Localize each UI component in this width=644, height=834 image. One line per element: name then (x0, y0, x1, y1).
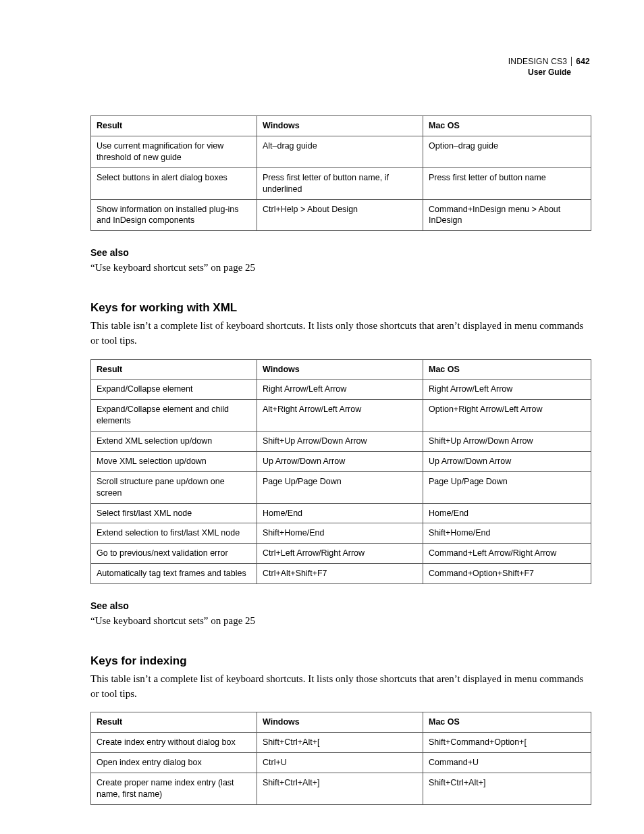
cell: Option–drag guide (423, 136, 591, 168)
cell: Command+U (423, 753, 591, 773)
table-row: Go to previous/next validation errorCtrl… (91, 544, 591, 564)
cell: Shift+Up Arrow/Down Arrow (423, 432, 591, 452)
guide-subtitle: User Guide (90, 68, 590, 78)
cell: Home/End (423, 503, 591, 523)
col-result: Result (91, 116, 257, 136)
table-row: Create proper name index entry (last nam… (91, 773, 591, 804)
cell: Shift+Ctrl+Alt+] (257, 773, 423, 804)
cell: Right Arrow/Left Arrow (257, 380, 423, 400)
shortcuts-table-xml: Result Windows Mac OS Expand/Collapse el… (90, 359, 591, 585)
see-also-ref: “Use keyboard shortcut sets” on page 25 (90, 261, 591, 276)
col-windows: Windows (257, 116, 423, 136)
cell: Page Up/Page Down (257, 471, 423, 503)
cell: Alt–drag guide (257, 136, 423, 168)
cell: Command+Option+Shift+F7 (423, 564, 591, 584)
cell: Right Arrow/Left Arrow (423, 380, 591, 400)
cell: Ctrl+Help > About Design (257, 199, 423, 231)
xml-intro: This table isn’t a complete list of keyb… (90, 319, 591, 348)
table-row: Extend XML selection up/downShift+Up Arr… (91, 432, 591, 452)
see-also-heading: See also (90, 600, 591, 611)
cell: Command+InDesign menu > About InDesign (423, 199, 591, 231)
table-header-row: Result Windows Mac OS (91, 712, 591, 733)
cell: Shift+Home/End (257, 523, 423, 544)
cell: Shift+Home/End (423, 523, 591, 544)
cell: Expand/Collapse element and child elemen… (91, 400, 257, 432)
cell: Scroll structure pane up/down one screen (91, 471, 257, 503)
shortcuts-table-indexing: Result Windows Mac OS Create index entry… (90, 712, 591, 804)
col-macos: Mac OS (423, 116, 591, 136)
indexing-intro: This table isn’t a complete list of keyb… (90, 672, 591, 702)
cell: Press first letter of button name (423, 167, 591, 199)
cell: Select buttons in alert dialog boxes (91, 167, 257, 199)
cell: Create index entry without dialog box (91, 733, 257, 753)
table-header-row: Result Windows Mac OS (91, 116, 591, 136)
see-also-heading: See also (90, 247, 591, 258)
cell: Home/End (257, 503, 423, 523)
cell: Move XML selection up/down (91, 451, 257, 471)
table2-body: Expand/Collapse elementRight Arrow/Left … (91, 380, 591, 584)
table-header-row: Result Windows Mac OS (91, 359, 591, 380)
table-row: Select first/last XML nodeHome/EndHome/E… (91, 503, 591, 523)
table-row: Create index entry without dialog boxShi… (91, 733, 591, 753)
cell: Go to previous/next validation error (91, 544, 257, 564)
cell: Up Arrow/Down Arrow (423, 451, 591, 471)
cell: Ctrl+Left Arrow/Right Arrow (257, 544, 423, 564)
cell: Extend XML selection up/down (91, 432, 257, 452)
cell: Select first/last XML node (91, 503, 257, 523)
cell: Show information on installed plug-ins a… (91, 199, 257, 231)
table-row: Show information on installed plug-ins a… (91, 199, 591, 231)
col-windows: Windows (257, 359, 423, 380)
table1-body: Use current magnification for view thres… (91, 136, 591, 231)
table-row: Scroll structure pane up/down one screen… (91, 471, 591, 503)
table3-body: Create index entry without dialog boxShi… (91, 733, 591, 805)
product-name: INDESIGN CS3 (508, 57, 568, 66)
see-also-ref: “Use keyboard shortcut sets” on page 25 (90, 614, 591, 629)
table-row: Move XML selection up/downUp Arrow/Down … (91, 451, 591, 471)
table-row: Expand/Collapse elementRight Arrow/Left … (91, 380, 591, 400)
col-windows: Windows (257, 712, 423, 733)
page-header: INDESIGN CS3642 User Guide (90, 57, 591, 78)
cell: Automatically tag text frames and tables (91, 564, 257, 584)
table-row: Select buttons in alert dialog boxesPres… (91, 167, 591, 199)
table-row: Automatically tag text frames and tables… (91, 564, 591, 584)
col-macos: Mac OS (423, 712, 591, 733)
cell: Use current magnification for view thres… (91, 136, 257, 168)
cell: Press first letter of button name, if un… (257, 167, 423, 199)
cell: Ctrl+U (257, 753, 423, 773)
table-row: Expand/Collapse element and child elemen… (91, 400, 591, 432)
cell: Page Up/Page Down (423, 471, 591, 503)
table-row: Open index entry dialog boxCtrl+UCommand… (91, 753, 591, 773)
xml-heading: Keys for working with XML (90, 301, 591, 315)
cell: Ctrl+Alt+Shift+F7 (257, 564, 423, 584)
col-result: Result (91, 712, 257, 733)
shortcuts-table-general: Result Windows Mac OS Use current magnif… (90, 115, 591, 231)
cell: Expand/Collapse element (91, 380, 257, 400)
cell: Up Arrow/Down Arrow (257, 451, 423, 471)
page-number: 642 (571, 57, 590, 66)
cell: Create proper name index entry (last nam… (91, 773, 257, 804)
cell: Shift+Up Arrow/Down Arrow (257, 432, 423, 452)
cell: Shift+Command+Option+[ (423, 733, 591, 753)
indexing-heading: Keys for indexing (90, 654, 591, 668)
col-result: Result (91, 359, 257, 380)
cell: Shift+Ctrl+Alt+[ (257, 733, 423, 753)
cell: Command+Left Arrow/Right Arrow (423, 544, 591, 564)
table-row: Use current magnification for view thres… (91, 136, 591, 168)
table-row: Extend selection to first/last XML nodeS… (91, 523, 591, 544)
cell: Extend selection to first/last XML node (91, 523, 257, 544)
cell: Alt+Right Arrow/Left Arrow (257, 400, 423, 432)
cell: Option+Right Arrow/Left Arrow (423, 400, 591, 432)
col-macos: Mac OS (423, 359, 591, 380)
cell: Shift+Ctrl+Alt+] (423, 773, 591, 804)
cell: Open index entry dialog box (91, 753, 257, 773)
